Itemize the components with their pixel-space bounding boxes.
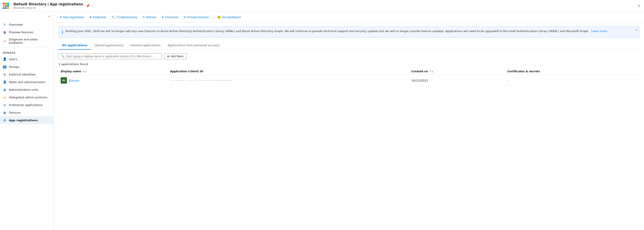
external-identities-icon: ⊞ [3, 72, 7, 76]
sidebar-item-label: App registrations [9, 118, 38, 122]
sidebar-item-diagnose[interactable]: ✕ Diagnose and solve problems [0, 36, 54, 46]
collapse-button[interactable]: « [47, 14, 52, 19]
preview-features-icon: ✉ [184, 16, 186, 19]
new-registration-icon: + [60, 15, 62, 19]
sidebar-item-label: Roles and administrators [9, 80, 46, 84]
page-content: All applications Owned applications Dele… [54, 41, 644, 90]
table-header: Display name ↑↓ Application (client) ID … [58, 68, 640, 75]
refresh-icon: ↻ [142, 16, 145, 19]
refresh-label: Refresh [146, 16, 156, 19]
column-header-client-id: Application (client) ID [168, 68, 409, 75]
sidebar-item-delegated-admin[interactable]: ◈ Delegated admin partners [0, 94, 54, 101]
devices-icon: ▦ [3, 110, 7, 114]
app-client-id-cell: •••••••• •••• •••• •••• •••••••••••• [168, 75, 409, 86]
sidebar-item-label: External Identities [9, 73, 36, 76]
applications-table: Display name ↑↓ Application (client) ID … [58, 68, 640, 86]
sidebar-item-label: Users [9, 58, 17, 61]
title-bar: Default Directory | App registrations Mi… [0, 0, 644, 12]
sidebar-item-label: Preview features [9, 30, 33, 34]
new-registration-button[interactable]: + New registration [58, 14, 86, 20]
sidebar-item-label: Devices [9, 111, 20, 114]
app-client-id: •••••••• •••• •••• •••• •••••••••••• [170, 79, 232, 82]
admin-units-icon: ▦ [3, 88, 7, 92]
content-area: + New registration ⊕ Endpoints 🔧 Trouble… [54, 12, 644, 230]
app-avatar: KL [61, 77, 67, 84]
sidebar-item-devices[interactable]: ▦ Devices [0, 109, 54, 116]
app-created-on-cell: 10/12/2023 [409, 75, 505, 86]
sidebar-item-label: Delegated admin partners [9, 96, 48, 99]
search-box: 🔍 [58, 53, 162, 59]
main-layout: « ℹ Overview ▦ Preview features ✕ Diagno… [0, 12, 644, 230]
feedback-label: Got feedback? [222, 16, 241, 19]
new-registration-label: New registration [63, 16, 84, 19]
sort-display-name-icon: ↑↓ [83, 70, 86, 73]
column-header-certs-secrets: Certificates & secrets [505, 68, 640, 75]
sidebar-item-users[interactable]: 👤 Users [0, 55, 54, 63]
banner-text: Starting June 30th, 2020 we will no long… [66, 30, 589, 33]
app-name-container: KL Klaviyo [61, 77, 166, 84]
sidebar-item-preview-features[interactable]: ▦ Preview features [0, 28, 54, 36]
preview-features-label: Preview features [187, 16, 209, 19]
feedback-icon: 😊 [217, 16, 221, 19]
app-created-on: 10/12/2023 [411, 79, 428, 82]
sidebar-item-label: Groups [9, 65, 19, 68]
add-filters-button[interactable]: ⊕ Add filters [164, 53, 186, 59]
sidebar-item-label: Administrative units [9, 88, 38, 92]
close-button[interactable]: × [636, 3, 641, 9]
sidebar-item-app-registrations[interactable]: ⊞ App registrations [0, 116, 54, 124]
waffle-menu[interactable] [3, 3, 9, 9]
search-input[interactable] [66, 54, 159, 58]
tab-personal-account[interactable]: Applications from personal account [164, 41, 223, 50]
sidebar-item-overview[interactable]: ℹ Overview [0, 21, 54, 28]
banner-text-container: Starting June 30th, 2020 we will no long… [66, 29, 607, 34]
app-name-link[interactable]: Klaviyo [69, 79, 79, 82]
add-filters-icon: ⊕ [167, 54, 170, 58]
refresh-button[interactable]: ↻ Refresh [140, 14, 159, 20]
troubleshooting-label: Troubleshooting [116, 16, 137, 19]
delegated-icon: ◈ [3, 95, 7, 99]
download-button[interactable]: ⬇ Download [159, 14, 180, 20]
roles-icon: 👤 [3, 80, 7, 84]
pin-icon[interactable]: 📌 [86, 4, 90, 8]
search-icon: 🔍 [61, 54, 64, 58]
learn-more-link[interactable]: Learn more [591, 30, 607, 33]
table-body: KL Klaviyo •••••••• •••• •••• •••• •••••… [58, 75, 640, 86]
app-registrations-icon: ⊞ [3, 118, 7, 122]
table-row: KL Klaviyo •••••••• •••• •••• •••• •••••… [58, 75, 640, 86]
results-info: 1 applications found [58, 62, 640, 66]
preview-features-button[interactable]: ✉ Preview features [181, 14, 211, 20]
got-feedback-button[interactable]: 😊 Got feedback? [215, 14, 243, 20]
users-icon: 👤 [3, 57, 7, 61]
search-row: 🔍 ⊕ Add filters [58, 53, 640, 59]
manage-section-label: Manage [0, 48, 54, 55]
download-icon: ⬇ [162, 16, 164, 19]
endpoints-label: Endpoints [93, 16, 106, 19]
info-banner-icon: ℹ [62, 30, 63, 35]
download-label: Download [165, 16, 178, 19]
sidebar-item-label: Enterprise applications [9, 103, 43, 107]
sidebar-item-external-identities[interactable]: ⊞ External Identities [0, 70, 54, 78]
sidebar-item-label: Overview [9, 23, 23, 26]
more-icon[interactable]: ··· [91, 4, 94, 8]
table-header-row: Display name ↑↓ Application (client) ID … [58, 68, 640, 75]
sidebar-item-administrative-units[interactable]: ▦ Administrative units [0, 86, 54, 94]
sidebar-item-label: Diagnose and solve problems [9, 38, 51, 44]
overview-icon: ℹ [3, 22, 7, 26]
toolbar-divider [213, 15, 213, 19]
sidebar: « ℹ Overview ▦ Preview features ✕ Diagno… [0, 12, 54, 230]
sidebar-item-groups[interactable]: 👥 Groups [0, 63, 54, 70]
troubleshooting-button[interactable]: 🔧 Troubleshooting [109, 14, 139, 20]
column-header-created-on[interactable]: Created on ↑↓ [409, 68, 505, 75]
title-bar-actions: 📌 ··· [86, 4, 94, 8]
sidebar-collapse: « [0, 12, 54, 21]
sort-created-on-icon: ↑↓ [430, 70, 434, 73]
column-header-display-name[interactable]: Display name ↑↓ [58, 68, 168, 75]
banner-close-button[interactable]: × [636, 28, 638, 32]
tab-all-applications[interactable]: All applications [58, 41, 91, 50]
sidebar-item-enterprise-apps[interactable]: ⊞ Enterprise applications [0, 101, 54, 109]
tab-owned-applications[interactable]: Owned applications [91, 41, 127, 50]
sidebar-item-roles-administrators[interactable]: 👤 Roles and administrators [0, 78, 54, 86]
tab-deleted-applications[interactable]: Deleted applications [127, 41, 164, 50]
endpoints-button[interactable]: ⊕ Endpoints [87, 14, 108, 20]
sidebar-divider [3, 47, 51, 48]
